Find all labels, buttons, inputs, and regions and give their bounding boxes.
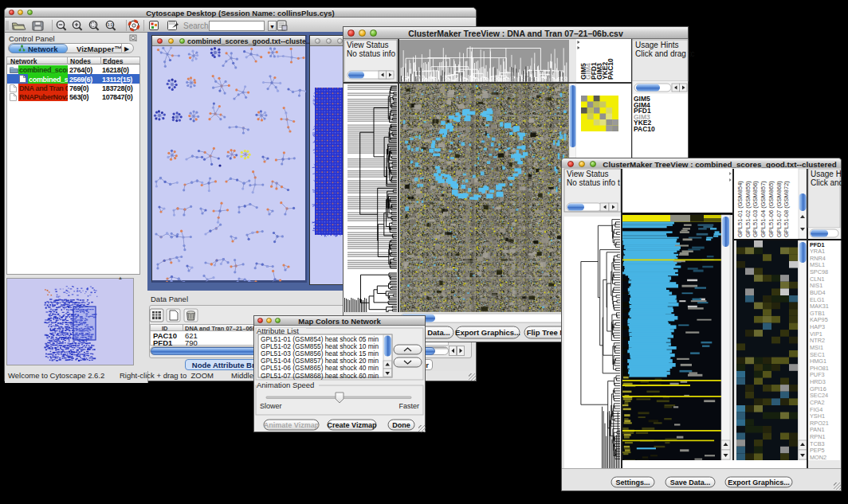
svg-text:Faster: Faster bbox=[398, 402, 419, 410]
svg-text:GPL51-07 (GSM868) heat shock 6: GPL51-07 (GSM868) heat shock 60 min bbox=[261, 372, 379, 380]
svg-text:Animation Speed: Animation Speed bbox=[257, 381, 314, 389]
svg-text:Create Vizmap: Create Vizmap bbox=[328, 421, 377, 429]
svg-text:Attribute List: Attribute List bbox=[257, 326, 299, 335]
svg-text:Done: Done bbox=[392, 421, 410, 429]
svg-text:Animate Vizmap: Animate Vizmap bbox=[264, 421, 320, 429]
svg-text:Slower: Slower bbox=[260, 402, 282, 410]
